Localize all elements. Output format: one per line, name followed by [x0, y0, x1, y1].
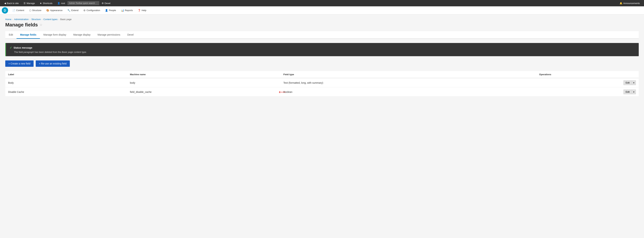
- disable-cache-edit-btn-group: Edit ▾: [539, 89, 636, 94]
- structure-icon: ⬡: [29, 9, 31, 12]
- status-title-text: Status message: [14, 46, 32, 49]
- fields-table: Label Machine name Field type Operations…: [5, 71, 639, 96]
- people-label: People: [109, 9, 116, 12]
- user-icon: 👤: [57, 2, 60, 5]
- status-field-name: paragraph: [24, 51, 34, 53]
- row-disable-cache-machine-name: field_disable_cache ⟵: [127, 87, 280, 96]
- page-title: Manage fields: [5, 22, 38, 28]
- check-icon: ✓: [10, 46, 12, 50]
- breadcrumb-sep-2: ›: [30, 18, 30, 21]
- nav-configuration[interactable]: ⚙ Configuration: [81, 6, 102, 14]
- admin-toolbar: ◀ Back to site ☰ Manage ★ Shortcuts 👤 ro…: [0, 0, 644, 6]
- nav-content[interactable]: 📄 Content: [10, 6, 27, 14]
- svg-text:D: D: [4, 9, 6, 12]
- admin-search-input[interactable]: [68, 1, 99, 5]
- breadcrumb-administration[interactable]: Administration: [14, 18, 28, 21]
- bell-icon: 🔔: [620, 2, 622, 5]
- page-wrapper: Home › Administration › Structure › Cont…: [0, 15, 644, 238]
- tabs: Edit Manage fields Manage form display M…: [5, 31, 639, 39]
- manage-label: Manage: [26, 2, 35, 5]
- status-body-suffix: .: [86, 51, 87, 53]
- appearance-label: Appearance: [50, 9, 62, 12]
- status-title: ✓ Status message: [10, 46, 635, 50]
- row-disable-cache-operations: Edit ▾: [536, 87, 639, 96]
- nav-appearance[interactable]: 🎨 Appearance: [44, 6, 65, 14]
- col-operations-header: Operations: [536, 71, 639, 78]
- table-header: Label Machine name Field type Operations: [5, 71, 639, 78]
- row-body-operations: Edit ▾: [536, 78, 639, 87]
- main-nav: D 📄 Content ⬡ Structure 🎨 Appearance 🔧 E…: [0, 6, 644, 15]
- user-label: root: [61, 2, 65, 5]
- tab-manage-permissions[interactable]: Manage permissions: [94, 31, 124, 39]
- back-to-site-link[interactable]: ◀ Back to site: [2, 0, 21, 6]
- disable-cache-dropdown-button[interactable]: ▾: [632, 89, 636, 94]
- appearance-icon: 🎨: [46, 9, 49, 12]
- tab-manage-fields[interactable]: Manage fields: [16, 31, 40, 39]
- devel-menu-item[interactable]: ⚙ Devel: [99, 0, 113, 6]
- row-body-label: Body: [5, 78, 127, 87]
- col-field-type-header: Field type: [280, 71, 536, 78]
- hamburger-icon: ☰: [24, 2, 26, 5]
- nav-reports[interactable]: 📊 Reports: [118, 6, 136, 14]
- announcements-label: Announcements: [623, 2, 640, 5]
- row-disable-cache-label: Disable Cache: [5, 87, 127, 96]
- shortcuts-label: Shortcuts: [43, 2, 52, 5]
- breadcrumb-sep-1: ›: [12, 18, 13, 21]
- reports-label: Reports: [125, 9, 133, 12]
- disable-cache-edit-button[interactable]: Edit: [624, 89, 632, 94]
- tab-manage-display[interactable]: Manage display: [70, 31, 94, 39]
- status-message: ✓ Status message The field paragraph has…: [5, 43, 639, 56]
- user-menu-item[interactable]: 👤 root: [55, 0, 67, 6]
- announcements-item[interactable]: 🔔 Announcements: [617, 2, 642, 5]
- extend-label: Extend: [71, 9, 78, 12]
- content-icon: 📄: [12, 9, 15, 12]
- table-body: Body body Text (formatted, long, with su…: [5, 78, 639, 96]
- tab-devel[interactable]: Devel: [124, 31, 137, 39]
- body-edit-button[interactable]: Edit: [624, 80, 632, 85]
- nav-help[interactable]: ❓ Help: [135, 6, 149, 14]
- back-to-site-label: Back to site: [7, 2, 19, 5]
- body-edit-btn-group: Edit ▾: [539, 80, 636, 85]
- devel-label: Devel: [105, 2, 110, 5]
- configuration-label: Configuration: [86, 9, 100, 12]
- tab-edit[interactable]: Edit: [5, 31, 16, 39]
- manage-menu-item[interactable]: ☰ Manage: [21, 0, 37, 6]
- reuse-existing-field-button[interactable]: + Re-use an existing field: [36, 60, 70, 67]
- table-row: Body body Text (formatted, long, with su…: [5, 78, 639, 87]
- breadcrumb-content-types[interactable]: Content types: [44, 18, 58, 21]
- nav-people[interactable]: 👤 People: [102, 6, 118, 14]
- breadcrumb-structure[interactable]: Structure: [31, 18, 40, 21]
- shortcuts-menu-item[interactable]: ★ Shortcuts: [37, 0, 55, 6]
- configuration-icon: ⚙: [83, 9, 86, 12]
- row-body-machine-name: body: [127, 78, 280, 87]
- structure-label: Structure: [32, 9, 42, 12]
- status-body-prefix: The field: [14, 51, 24, 53]
- toolbar-right: 🔔 Announcements: [617, 2, 642, 5]
- help-label: Help: [142, 9, 146, 12]
- content-label: Content: [16, 9, 24, 12]
- body-dropdown-button[interactable]: ▾: [632, 80, 636, 85]
- status-body-middle: has been deleted from the: [34, 51, 62, 53]
- drupal-logo[interactable]: D: [2, 7, 8, 14]
- status-content-type: Basic page content type: [62, 51, 86, 53]
- reports-icon: 📊: [121, 9, 124, 12]
- back-arrow-icon: ◀: [4, 2, 6, 5]
- nav-structure[interactable]: ⬡ Structure: [27, 6, 44, 14]
- nav-extend[interactable]: 🔧 Extend: [65, 6, 81, 14]
- breadcrumb-sep-3: ›: [42, 18, 42, 21]
- tab-manage-form-display[interactable]: Manage form display: [40, 31, 70, 39]
- help-icon: ❓: [138, 9, 141, 12]
- row-disable-cache-field-type: Boolean: [280, 87, 536, 96]
- extend-icon: 🔧: [67, 9, 70, 12]
- breadcrumb-home[interactable]: Home: [5, 18, 12, 21]
- breadcrumb-sep-4: ›: [58, 18, 59, 21]
- gear-icon: ⚙: [102, 2, 104, 5]
- page-title-row: Manage fields ☆: [5, 22, 639, 28]
- disable-cache-machine-name-text: field_disable_cache: [130, 90, 152, 93]
- create-new-field-button[interactable]: + Create a new field: [5, 60, 34, 67]
- action-buttons: + Create a new field + Re-use an existin…: [5, 60, 639, 67]
- people-icon: 👤: [105, 9, 108, 12]
- bookmark-star-icon[interactable]: ☆: [40, 23, 42, 27]
- breadcrumb-current: Basic page: [60, 18, 72, 21]
- row-body-field-type: Text (formatted, long, with summary): [280, 78, 536, 87]
